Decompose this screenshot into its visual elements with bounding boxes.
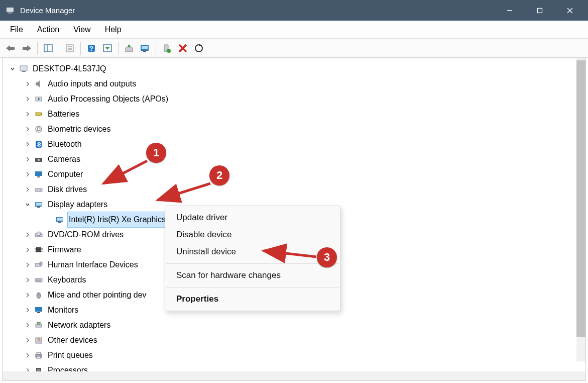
chevron-right-icon[interactable] (24, 185, 32, 194)
tree-item-print-queues[interactable]: Print queues (4, 348, 585, 363)
tree-item-computer[interactable]: Computer (4, 167, 585, 182)
chevron-right-icon[interactable] (24, 95, 32, 103)
title-bar: Device Manager (0, 0, 588, 21)
help-button[interactable]: ? (84, 41, 99, 56)
show-hide-console-tree-button[interactable] (41, 41, 56, 56)
chevron-right-icon[interactable] (24, 306, 32, 314)
chevron-down-icon[interactable] (9, 65, 17, 73)
svg-rect-31 (20, 66, 27, 70)
tree-item-cameras[interactable]: Cameras (4, 152, 585, 167)
tree-item-audio-processing[interactable]: Audio Processing Objects (APOs) (4, 91, 585, 107)
apo-icon (34, 94, 44, 104)
maximize-button[interactable] (525, 0, 555, 21)
chevron-right-icon[interactable] (24, 336, 32, 344)
context-menu-scan-hardware[interactable]: Scan for hardware changes (165, 267, 340, 284)
menu-help[interactable]: Help (98, 23, 129, 36)
action-options-button[interactable] (100, 41, 115, 56)
uninstall-device-button[interactable] (175, 41, 190, 56)
svg-rect-51 (57, 218, 63, 221)
svg-rect-24 (143, 51, 146, 52)
mouse-icon (34, 290, 44, 300)
tree-item-other-devices[interactable]: ? Other devices (4, 333, 585, 348)
bluetooth-icon (34, 139, 44, 149)
tree-item-network-adapters[interactable]: Network adapters (4, 318, 585, 333)
annotation-arrow-1 (99, 159, 150, 189)
svg-point-38 (36, 126, 42, 132)
tree-root[interactable]: DESKTOP-4L537JQ (4, 61, 585, 76)
app-icon (5, 6, 15, 16)
monitor-icon (34, 169, 44, 179)
optical-drive-icon (34, 230, 44, 240)
chevron-down-icon[interactable] (24, 201, 32, 209)
tree-item-biometric[interactable]: Biometric devices (4, 122, 585, 137)
horizontal-scrollbar[interactable] (3, 371, 585, 380)
display-adapter-icon (55, 215, 65, 225)
display-adapter-icon (34, 200, 44, 210)
scan-hardware-button[interactable] (138, 41, 153, 56)
svg-rect-69 (35, 307, 42, 312)
tree-item-disk-drives[interactable]: Disk drives (4, 182, 585, 197)
chevron-right-icon[interactable] (24, 140, 32, 148)
chevron-right-icon[interactable] (24, 366, 32, 371)
svg-rect-10 (44, 45, 52, 52)
hid-icon (34, 260, 44, 270)
svg-rect-48 (36, 203, 42, 206)
update-driver-button[interactable] (122, 41, 137, 56)
chevron-right-icon[interactable] (24, 155, 32, 163)
chevron-right-icon[interactable] (24, 125, 32, 133)
menu-view[interactable]: View (66, 23, 97, 36)
scrollbar-thumb[interactable] (576, 60, 585, 337)
svg-line-83 (103, 161, 147, 183)
properties-button[interactable] (62, 41, 77, 56)
vertical-scrollbar[interactable] (576, 58, 585, 361)
other-device-icon: ? (34, 335, 44, 345)
refresh-button[interactable] (191, 41, 206, 56)
svg-rect-0 (7, 8, 14, 12)
chevron-right-icon[interactable] (24, 246, 32, 254)
minimize-button[interactable] (495, 0, 525, 21)
svg-point-54 (37, 232, 41, 236)
svg-rect-7 (10, 47, 15, 50)
svg-rect-72 (37, 322, 40, 324)
tree-item-processors[interactable]: Processors (4, 363, 585, 371)
menu-action[interactable]: Action (30, 23, 66, 36)
svg-rect-71 (36, 324, 42, 327)
svg-text:?: ? (89, 45, 93, 52)
battery-icon (34, 109, 44, 119)
chevron-right-icon[interactable] (24, 321, 32, 329)
enable-device-button[interactable] (159, 41, 174, 56)
chevron-right-icon[interactable] (24, 291, 32, 299)
chevron-right-icon[interactable] (24, 231, 32, 239)
back-button[interactable] (3, 41, 18, 56)
svg-rect-76 (37, 352, 41, 354)
svg-rect-32 (22, 71, 26, 72)
tree-item-bluetooth[interactable]: Bluetooth (4, 137, 585, 152)
tree-item-batteries[interactable]: Batteries (4, 107, 585, 122)
svg-rect-55 (36, 247, 41, 252)
tree-item-audio-inputs-outputs[interactable]: Audio inputs and outputs (4, 76, 585, 91)
disk-icon (34, 184, 44, 195)
chevron-right-icon[interactable] (24, 80, 32, 88)
context-menu-properties[interactable]: Properties (165, 291, 340, 308)
monitor-icon (34, 305, 44, 315)
context-menu-separator (166, 263, 339, 264)
chevron-right-icon[interactable] (24, 276, 32, 284)
chevron-right-icon[interactable] (24, 170, 32, 178)
toolbar: ? (0, 39, 588, 58)
context-menu-disable-device[interactable]: Disable device (165, 226, 340, 243)
svg-point-26 (167, 49, 171, 53)
svg-marker-19 (105, 47, 109, 50)
svg-marker-33 (36, 80, 40, 87)
svg-marker-6 (6, 45, 10, 51)
menu-bar: File Action View Help (0, 21, 588, 39)
chevron-right-icon[interactable] (24, 261, 32, 269)
close-button[interactable] (555, 0, 585, 21)
svg-point-42 (38, 159, 40, 161)
chevron-right-icon[interactable] (24, 110, 32, 118)
context-menu-update-driver[interactable]: Update driver (165, 209, 340, 226)
menu-file[interactable]: File (3, 23, 30, 36)
svg-point-46 (40, 189, 41, 190)
chevron-right-icon[interactable] (24, 351, 32, 359)
svg-rect-20 (126, 48, 133, 52)
forward-button[interactable] (19, 41, 34, 56)
